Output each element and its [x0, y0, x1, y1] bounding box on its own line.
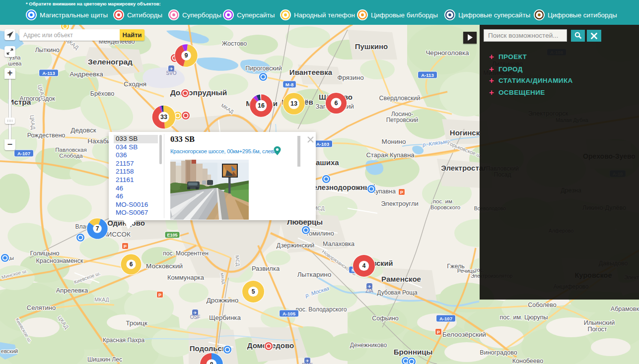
svg-text:16: 16	[258, 102, 265, 109]
svg-text:33: 33	[160, 114, 167, 121]
svg-text:А-103: А-103	[316, 141, 329, 147]
svg-text:Истра: Истра	[8, 98, 31, 106]
svg-text:4: 4	[362, 262, 366, 269]
svg-text:Дрожжино: Дрожжино	[207, 297, 239, 304]
svg-text:Монино: Монино	[382, 138, 406, 145]
svg-text:Голицыно: Голицыно	[30, 249, 59, 257]
svg-text:А-113: А-113	[421, 72, 433, 78]
svg-text:6: 6	[130, 261, 133, 268]
svg-text:8: 8	[210, 361, 213, 364]
svg-text:6: 6	[335, 100, 338, 107]
svg-text:Развилка: Развилка	[252, 265, 280, 272]
svg-text:13: 13	[290, 100, 297, 107]
svg-text:А-107: А-107	[17, 151, 30, 156]
svg-text:Соболево: Соболево	[528, 302, 557, 308]
svg-text:Конобеево: Конобеево	[512, 358, 544, 364]
svg-text:Дзержинский: Дзержинский	[277, 242, 314, 249]
svg-text:А-107: А-107	[439, 316, 452, 321]
svg-text:Пироговский: Пироговский	[245, 65, 282, 72]
svg-text:Ногинск: Ногинск	[450, 128, 480, 137]
svg-text:Электроугли: Электроугли	[381, 200, 419, 207]
svg-text:А-105: А-105	[283, 311, 296, 316]
svg-text:Зеленоград: Зеленоград	[88, 58, 133, 66]
svg-text:5: 5	[252, 288, 255, 295]
svg-text:Лыткарино: Лыткарино	[297, 271, 331, 278]
svg-text:Брёхово: Брёхово	[90, 90, 115, 97]
svg-text:Дубовая Роща: Дубовая Роща	[377, 289, 418, 296]
svg-text:Белоозёрский: Белоозёрский	[442, 331, 486, 338]
svg-text:Павловская: Павловская	[55, 147, 86, 153]
svg-text:Малаховка: Малаховка	[323, 241, 355, 247]
svg-text:Погост: Погост	[587, 326, 607, 333]
svg-text:евский: евский	[1, 348, 18, 354]
svg-text:P: P	[158, 293, 161, 298]
svg-text:7: 7	[96, 225, 99, 232]
svg-text:Виноградово: Виноградово	[480, 349, 517, 356]
svg-text:Софьино: Софьино	[372, 315, 399, 322]
svg-text:Селятино: Селятино	[27, 304, 56, 311]
svg-text:Слобода: Слобода	[59, 153, 83, 159]
svg-text:Лыткино: Лыткино	[35, 47, 59, 54]
svg-text:Сходня: Сходня	[124, 80, 146, 88]
svg-text:пос. им. Цюрупы: пос. им. Цюрупы	[500, 314, 548, 321]
svg-text:пос. Мосрентген: пос. Мосрентген	[163, 250, 209, 257]
svg-text:Апрелевка: Апрелевка	[56, 287, 88, 294]
svg-text:Фрязино: Фрязино	[337, 74, 364, 81]
svg-text:Андреевка: Андреевка	[70, 70, 103, 78]
svg-text:Долгопрудный: Долгопрудный	[170, 88, 227, 97]
svg-text:Щербинка: Щербинка	[209, 314, 241, 321]
svg-text:Троицк: Троицк	[126, 319, 147, 327]
svg-text:пос. им.: пос. им.	[433, 198, 454, 204]
svg-text:Раменское: Раменское	[381, 275, 421, 283]
svg-text:МКАД: МКАД	[94, 297, 109, 303]
svg-text:шева: шева	[8, 61, 22, 66]
svg-text:SVO: SVO	[166, 70, 176, 76]
svg-text:Свердловский: Свердловский	[379, 95, 420, 102]
svg-text:Шишкин Лес: Шишкин Лес	[87, 356, 122, 363]
svg-text:Московский: Московский	[146, 262, 183, 270]
svg-text:Ильинский: Ильинский	[584, 319, 615, 326]
svg-text:P: P	[124, 244, 127, 249]
svg-text:Дедовск: Дедовск	[71, 126, 96, 134]
svg-text:Краснознаменск: Краснознаменск	[36, 257, 83, 264]
svg-text:пос. Володарского: пос. Володарского	[296, 306, 347, 313]
svg-text:А-113: А-113	[42, 70, 55, 76]
svg-text:Красная Пахра: Красная Пахра	[103, 337, 144, 344]
svg-text:МСД: МСД	[234, 255, 241, 266]
svg-text:Железнодорожный: Железнодорожный	[306, 183, 376, 191]
svg-text:Е105: Е105	[167, 233, 177, 238]
svg-text:Бронницы: Бронницы	[394, 348, 432, 356]
svg-text:М-8: М-8	[285, 82, 293, 87]
svg-text:Денежниково: Денежниково	[350, 342, 387, 349]
svg-text:Пушкино: Пушкино	[355, 42, 388, 51]
svg-text:Петровский: Петровский	[386, 117, 419, 123]
svg-text:Абрамовка: Абрамовка	[611, 305, 639, 312]
svg-text:Рождествено: Рождествено	[27, 132, 66, 139]
svg-text:Черноголовка: Черноголовка	[426, 49, 469, 57]
svg-text:Воровского: Воровского	[430, 204, 460, 210]
svg-text:Подольск: Подольск	[190, 344, 226, 353]
svg-text:9: 9	[185, 52, 188, 59]
svg-text:Старая Купавна: Старая Купавна	[366, 151, 415, 159]
svg-text:ZIA: ZIA	[365, 288, 373, 294]
svg-text:Коммунарка: Коммунарка	[167, 274, 205, 281]
svg-text:Речицы: Речицы	[457, 268, 477, 274]
svg-text:OSF: OSF	[190, 314, 201, 320]
svg-text:P: P	[400, 190, 403, 195]
svg-text:Ивантеевка: Ивантеевка	[289, 68, 333, 76]
svg-text:P: P	[437, 330, 440, 335]
svg-text:Жостово: Жостово	[222, 40, 247, 47]
